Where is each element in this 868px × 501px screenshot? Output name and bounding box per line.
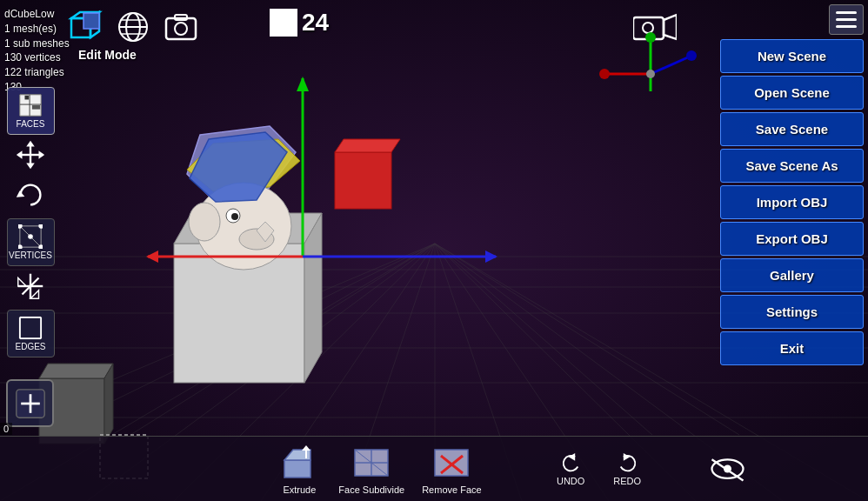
hamburger-menu-button[interactable] bbox=[829, 4, 864, 35]
open-scene-button[interactable]: Open Scene bbox=[720, 76, 864, 110]
svg-marker-106 bbox=[302, 445, 310, 451]
vertices-label: VERTICES bbox=[9, 250, 52, 260]
extrude-label: Extrude bbox=[283, 484, 316, 495]
svg-rect-95 bbox=[20, 317, 41, 338]
extrude-tool-button[interactable]: Extrude bbox=[277, 443, 321, 495]
frame-count: 24 bbox=[270, 9, 329, 37]
undo-label: UNDO bbox=[557, 476, 584, 486]
svg-rect-57 bbox=[166, 18, 196, 39]
new-scene-button[interactable]: New Scene bbox=[720, 39, 864, 73]
faces-tool-button[interactable]: FACES bbox=[7, 87, 55, 135]
rotate-icon[interactable] bbox=[14, 178, 47, 215]
exit-button[interactable]: Exit bbox=[720, 331, 864, 365]
svg-point-69 bbox=[646, 70, 655, 78]
globe-icon[interactable] bbox=[113, 7, 152, 46]
hamburger-line-1 bbox=[836, 11, 857, 14]
scale-icon[interactable] bbox=[14, 270, 47, 306]
svg-line-67 bbox=[651, 57, 690, 74]
remove-face-label: Remove Face bbox=[422, 484, 481, 495]
svg-point-87 bbox=[18, 244, 23, 249]
screenshot-icon[interactable] bbox=[161, 7, 200, 46]
coordinates-display: 0 bbox=[0, 423, 12, 435]
svg-point-66 bbox=[599, 69, 610, 79]
face-subdivide-label: Face Subdivide bbox=[338, 484, 404, 495]
right-menu-panel: New SceneOpen SceneSave SceneSave Scene … bbox=[720, 39, 864, 365]
hamburger-line-2 bbox=[836, 18, 857, 21]
svg-marker-94 bbox=[30, 291, 39, 299]
svg-point-58 bbox=[175, 23, 187, 35]
move-icon[interactable] bbox=[14, 138, 47, 175]
svg-marker-78 bbox=[26, 141, 35, 147]
save-scene-as-button[interactable]: Save Scene As bbox=[720, 149, 864, 183]
add-button[interactable] bbox=[6, 379, 54, 427]
frame-square bbox=[270, 9, 297, 37]
orientation-gizmo bbox=[594, 30, 707, 109]
svg-rect-75 bbox=[32, 105, 40, 110]
svg-rect-74 bbox=[24, 96, 29, 100]
svg-marker-80 bbox=[17, 150, 23, 159]
svg-rect-103 bbox=[284, 460, 310, 478]
import-obj-button[interactable]: Import OBJ bbox=[720, 185, 864, 219]
frame-number: 24 bbox=[302, 9, 329, 37]
svg-point-89 bbox=[28, 234, 33, 239]
svg-rect-51 bbox=[83, 13, 99, 29]
svg-point-64 bbox=[645, 32, 656, 43]
svg-point-30 bbox=[189, 203, 220, 241]
svg-marker-81 bbox=[39, 150, 45, 159]
vertices-tool-button[interactable]: VERTICES bbox=[7, 218, 55, 266]
remove-face-tool-button[interactable]: Remove Face bbox=[422, 443, 481, 495]
visibility-toggle-button[interactable] bbox=[708, 451, 747, 486]
svg-point-68 bbox=[686, 50, 697, 61]
save-scene-button[interactable]: Save Scene bbox=[720, 112, 864, 146]
bottom-toolbar: Extrude Face Subdivide Remove Face bbox=[0, 436, 868, 501]
undo-button[interactable]: UNDO bbox=[551, 451, 591, 486]
svg-marker-114 bbox=[568, 453, 575, 461]
cube-edit-icon[interactable] bbox=[65, 7, 104, 46]
edges-tool-button[interactable]: EDGES bbox=[7, 310, 55, 357]
redo-label: REDO bbox=[613, 476, 641, 486]
gallery-button[interactable]: Gallery bbox=[720, 258, 864, 292]
remove-face-icon bbox=[430, 443, 473, 482]
svg-point-32 bbox=[231, 213, 238, 220]
svg-marker-93 bbox=[18, 278, 27, 287]
export-obj-button[interactable]: Export OBJ bbox=[720, 222, 864, 256]
svg-marker-36 bbox=[335, 139, 400, 152]
extrude-icon bbox=[277, 443, 321, 482]
face-subdivide-tool-button[interactable]: Face Subdivide bbox=[338, 443, 404, 495]
settings-button[interactable]: Settings bbox=[720, 295, 864, 329]
face-subdivide-icon bbox=[350, 443, 393, 482]
svg-marker-26 bbox=[304, 213, 322, 383]
edit-mode-label: Edit Mode bbox=[78, 48, 137, 62]
svg-marker-82 bbox=[17, 190, 25, 197]
svg-point-86 bbox=[38, 224, 43, 229]
redo-button[interactable]: REDO bbox=[608, 451, 647, 486]
svg-marker-79 bbox=[26, 164, 35, 170]
top-toolbar bbox=[65, 7, 200, 46]
svg-rect-35 bbox=[335, 152, 391, 209]
svg-marker-46 bbox=[104, 364, 113, 444]
svg-marker-115 bbox=[623, 453, 630, 461]
hamburger-line-3 bbox=[836, 25, 857, 28]
faces-label: FACES bbox=[17, 119, 45, 129]
edges-label: EDGES bbox=[15, 342, 45, 351]
